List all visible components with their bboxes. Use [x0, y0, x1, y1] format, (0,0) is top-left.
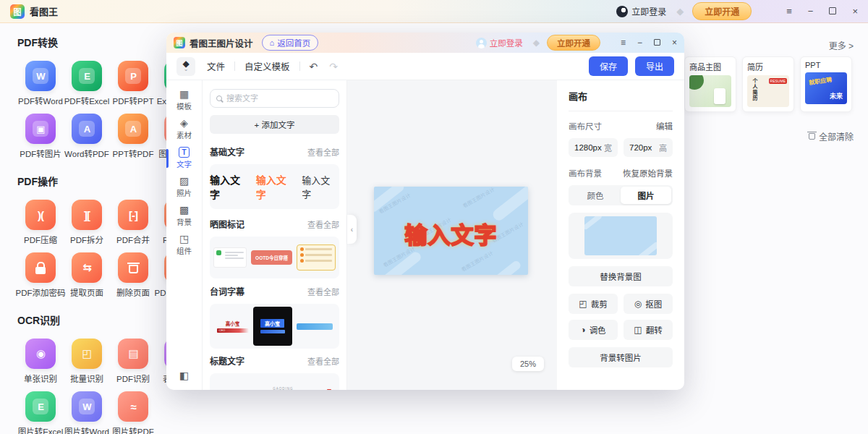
cutout-icon: ◎: [634, 299, 642, 309]
search-input[interactable]: [226, 94, 333, 103]
tab-color[interactable]: 颜色: [570, 187, 621, 204]
template-card-goods[interactable]: 商品主图: [684, 56, 736, 112]
flip-button[interactable]: ◫ 翻转: [624, 320, 673, 340]
extract-pages-icon: ⇆: [72, 252, 102, 283]
menu-file[interactable]: 文件: [207, 59, 225, 73]
designer-maximize-button[interactable]: [654, 38, 660, 47]
save-button[interactable]: 保存: [589, 56, 628, 76]
tool-ppt-to-pdf[interactable]: A PPT转PDF: [110, 114, 156, 159]
tool-pdf-password[interactable]: PDF添加密码: [17, 252, 64, 298]
red-lowerthird-thumb[interactable]: 高小宝 CEO: [217, 320, 249, 333]
tool-pdf-split[interactable]: ][ PDF拆分: [64, 200, 110, 245]
view-all-titles[interactable]: 查看全部: [307, 355, 339, 367]
ootd-badge-thumb[interactable]: OOTD今日穿搭: [251, 250, 292, 265]
upgrade-button[interactable]: 立即开通: [692, 2, 752, 20]
height-input[interactable]: 720px 高: [624, 138, 673, 157]
bg-to-image-button[interactable]: 背景转图片: [569, 347, 673, 367]
adjust-color-button[interactable]: ◑ 调色: [569, 320, 618, 340]
width-input[interactable]: 1280px 宽: [569, 138, 618, 157]
canvas-text-element[interactable]: 输入文字: [374, 217, 528, 250]
tab-image[interactable]: 图片: [621, 187, 671, 204]
tool-pdf-unlock[interactable]: () PDF解除密码: [156, 252, 166, 298]
flip-icon: ◫: [634, 325, 642, 335]
tool-word-to-pdf[interactable]: A Word转PDF: [64, 114, 110, 159]
tool-pdf-merge[interactable]: [-] PDF合并: [110, 200, 156, 245]
vip-diamond-icon[interactable]: ◆: [676, 6, 684, 17]
basic-text-samples[interactable]: 输入文字 输入文字 输入文字: [210, 164, 339, 209]
tool-pdf-to-image[interactable]: ▣ PDF转图片: [17, 114, 64, 159]
more-link[interactable]: 更多 >: [829, 39, 854, 51]
designer-menu-icon[interactable]: ≡: [621, 38, 626, 47]
photo-mark-samples[interactable]: OOTD今日穿搭: [210, 237, 339, 278]
template-card-resume[interactable]: 简历 个人简历 RESUME: [742, 56, 794, 112]
designer-vip-diamond-icon[interactable]: ◆: [533, 38, 540, 48]
maximize-button[interactable]: [829, 7, 836, 16]
tool-image-to-pdf[interactable]: ▣ 图片转PDF: [156, 114, 166, 159]
tool-ocr-single[interactable]: ◉ 单张识别: [17, 339, 64, 384]
login-link[interactable]: 立即登录: [631, 5, 666, 17]
rail-item-templates[interactable]: ▦ 模板: [166, 86, 202, 114]
title-text-samples[interactable]: 追日计划 GAODING 稳定集市 今日 !: [210, 373, 339, 390]
close-button[interactable]: ×: [852, 7, 858, 16]
image-to-excel-icon: E: [25, 391, 56, 422]
designer-login-link[interactable]: 立即登录: [490, 37, 523, 48]
tool-ocr-table[interactable]: ▦ 表格识别: [156, 339, 166, 384]
search-box[interactable]: [210, 89, 339, 108]
replace-bg-button[interactable]: 替换背景图: [569, 266, 673, 286]
crop-button[interactable]: ◰ 裁剪: [569, 294, 618, 314]
rail-item-text[interactable]: T 文字: [166, 144, 202, 172]
edit-size-link[interactable]: 编辑: [656, 120, 673, 132]
back-home-button[interactable]: ⌂ 返回首页: [262, 35, 319, 51]
add-text-button[interactable]: + 添加文字: [210, 115, 339, 134]
chat-card-thumb[interactable]: [213, 247, 247, 268]
app-title: 看图王: [30, 4, 58, 18]
rail-item-assets[interactable]: ◈ 素材: [166, 115, 202, 143]
tool-excel-to-pdf[interactable]: E Excel转PDF: [156, 61, 166, 106]
panel-collapse-handle[interactable]: ‹: [347, 215, 357, 244]
tool-pdf-rotate[interactable]: (/) PDF旋转: [156, 200, 166, 245]
list-card-thumb[interactable]: [297, 244, 336, 271]
canvas-workspace[interactable]: 看图王图片设计 看图王图片设计 看图王图片设计 看图王图片设计 看图王图片设计 …: [347, 80, 557, 390]
designer-minimize-button[interactable]: −: [637, 38, 642, 47]
artboard[interactable]: 看图王图片设计 看图王图片设计 看图王图片设计 看图王图片设计 看图王图片设计 …: [374, 187, 528, 275]
cutout-button[interactable]: ◎ 抠图: [624, 294, 673, 314]
redo-icon[interactable]: ↷: [329, 61, 338, 72]
rail-item-components[interactable]: ◳ 组件: [166, 231, 202, 259]
tool-image-to-pdf-ocr[interactable]: ≈ 图片转PDF: [110, 391, 156, 434]
menu-icon[interactable]: ≡: [786, 7, 792, 16]
blue-subtitle-thumb[interactable]: [297, 323, 333, 330]
designer-close-button[interactable]: ×: [672, 38, 677, 47]
view-all-marks[interactable]: 查看全部: [307, 218, 339, 230]
rail-item-photos[interactable]: ▨ 照片: [166, 173, 202, 201]
zoom-level-badge[interactable]: 25%: [512, 357, 544, 371]
view-all-basic[interactable]: 查看全部: [307, 146, 339, 158]
tool-image-to-excel[interactable]: E 图片转Excel: [17, 391, 64, 434]
tool-ocr-batch[interactable]: ◰ 批量识别: [64, 339, 110, 384]
rail-item-background[interactable]: ▩ 背景: [166, 202, 202, 230]
tool-image-to-word[interactable]: W 图片转Word: [64, 391, 110, 434]
bg-image-thumbnail[interactable]: [584, 216, 657, 255]
restore-bg-link[interactable]: 恢复原始背景: [623, 167, 673, 179]
tool-ocr-pdf[interactable]: ▤ PDF识别: [110, 339, 156, 384]
export-button[interactable]: 导出: [635, 56, 674, 76]
minimize-button[interactable]: −: [808, 7, 814, 16]
tool-pdf-to-excel[interactable]: E PDF转Excel: [64, 61, 110, 106]
template-cards: 商品主图 简历 个人简历 RESUME PPT 就职应聘 未来: [684, 56, 852, 112]
undo-icon[interactable]: ↶: [310, 61, 318, 72]
clear-all-button[interactable]: 全部清除: [809, 130, 854, 142]
tool-pdf-compress[interactable]: )( PDF压缩: [17, 200, 64, 245]
template-card-ppt[interactable]: PPT 就职应聘 未来: [800, 56, 852, 112]
bg-preview-box[interactable]: [569, 213, 673, 259]
menu-custom-template[interactable]: 自定义模板: [244, 59, 290, 73]
project-logo-icon[interactable]: ◆ ⌄: [176, 57, 195, 76]
main-titlebar: 图 看图王 立即登录 ◆ 立即开通 ≡ − ×: [0, 0, 868, 23]
view-all-captions[interactable]: 查看全部: [307, 286, 339, 297]
tool-pdf-to-word[interactable]: W PDF转Word: [17, 61, 64, 106]
caption-samples[interactable]: 高小宝 CEO 高小宝: [210, 304, 339, 349]
tool-delete-pages[interactable]: 删除页面: [110, 252, 156, 298]
tool-pdf-to-ppt[interactable]: P PDF转PPT: [110, 61, 156, 106]
dark-caption-thumb[interactable]: 高小宝: [253, 307, 292, 346]
designer-upgrade-button[interactable]: 立即开通: [547, 35, 600, 51]
tool-extract-pages[interactable]: ⇆ 提取页面: [64, 252, 110, 298]
collapse-panel-icon[interactable]: ◧: [166, 370, 202, 381]
